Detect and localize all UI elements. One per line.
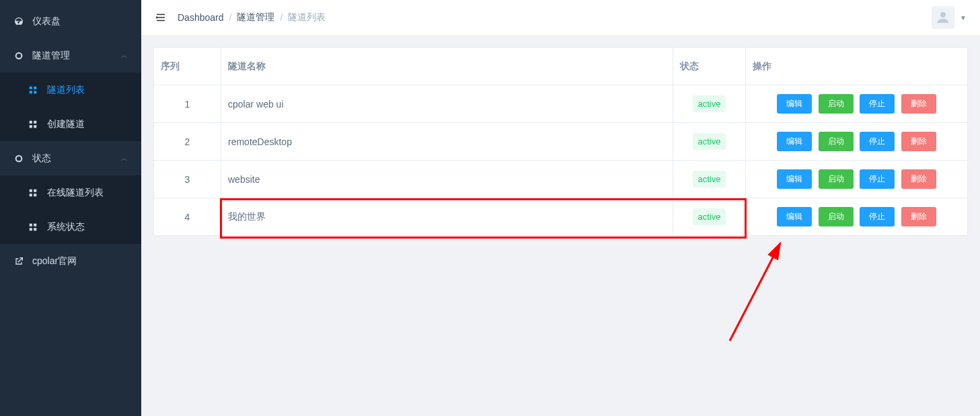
start-button[interactable]: 启动 [819,94,854,114]
sidebar-item-label: 隧道列表 [47,84,141,96]
stop-button[interactable]: 停止 [860,169,895,189]
svg-line-0 [730,243,780,341]
stop-button[interactable]: 停止 [860,94,895,114]
stop-button[interactable]: 停止 [860,207,895,226]
breadcrumb-sep: / [229,12,232,23]
start-button[interactable]: 启动 [819,132,854,151]
caret-down-icon: ▼ [960,14,967,22]
status-badge: active [693,95,726,112]
sidebar-item-dashboard[interactable]: 仪表盘 [0,4,141,38]
edit-button[interactable]: 编辑 [777,169,812,189]
user-menu[interactable]: ▼ [932,6,967,29]
circle-icon [13,153,24,164]
sidebar-item-tunnel-create[interactable]: 创建隧道 [0,107,141,141]
delete-button[interactable]: 删除 [901,132,936,151]
cell-name: remoteDesktop [221,123,673,161]
start-button[interactable]: 启动 [819,169,854,189]
sidebar-item-official-site[interactable]: cpolar官网 [0,244,141,278]
cell-index: 1 [154,85,221,123]
cell-name: website [221,161,673,198]
cell-index: 3 [154,161,221,198]
breadcrumb-item[interactable]: 隧道管理 [237,11,274,24]
external-link-icon [13,256,24,267]
grid-icon [28,222,38,232]
delete-button[interactable]: 删除 [901,169,936,189]
sidebar-item-online-tunnels[interactable]: 在线隧道列表 [0,175,141,210]
cell-status: active [673,85,746,123]
content: 序列 隧道名称 状态 操作 1 cpolar web ui active 编辑 … [141,35,980,416]
th-ops: 操作 [746,48,968,85]
cell-ops: 编辑 启动 停止 删除 [746,85,968,123]
cell-name: 我的世界 [221,198,673,236]
sidebar-item-label: 仪表盘 [32,15,128,28]
sidebar-item-tunnel-mgmt[interactable]: 隧道管理 ︿ [0,38,141,73]
delete-button[interactable]: 删除 [901,94,936,114]
th-name: 隧道名称 [221,48,673,85]
start-button[interactable]: 启动 [819,207,854,226]
tunnel-table: 序列 隧道名称 状态 操作 1 cpolar web ui active 编辑 … [153,47,968,236]
avatar-icon [932,6,954,29]
table-row: 2 remoteDesktop active 编辑 启动 停止 删除 [154,123,968,161]
sidebar-item-label: 隧道管理 [32,50,121,62]
sidebar-item-label: cpolar官网 [32,255,128,267]
cell-index: 4 [154,198,221,236]
status-badge: active [693,208,726,225]
sidebar-item-status[interactable]: 状态 ︿ [0,141,141,175]
gauge-icon [13,16,24,27]
breadcrumb-current: 隧道列表 [288,11,326,24]
edit-button[interactable]: 编辑 [777,94,812,114]
th-status: 状态 [673,48,746,85]
sidebar-item-tunnel-list[interactable]: 隧道列表 [0,73,141,107]
cell-ops: 编辑 启动 停止 删除 [746,198,968,236]
sidebar: 仪表盘 隧道管理 ︿ 隧道列表 创建隧道 状态 ︿ [0,0,141,416]
main: Dashboard / 隧道管理 / 隧道列表 ▼ 序列 隧道名称 状 [141,0,980,416]
grid-icon [28,85,38,95]
sidebar-item-label: 系统状态 [47,221,141,233]
chevron-up-icon: ︿ [121,51,128,60]
cell-status: active [673,198,746,236]
cell-ops: 编辑 启动 停止 删除 [746,123,968,161]
status-badge: active [693,133,726,150]
sidebar-item-label: 状态 [32,153,121,165]
grid-icon [28,120,38,129]
th-index: 序列 [154,48,221,85]
table-row: 3 website active 编辑 启动 停止 删除 [154,161,968,198]
breadcrumb: Dashboard / 隧道管理 / 隧道列表 [178,11,326,24]
circle-icon [13,50,24,61]
chevron-up-icon: ︿ [121,154,128,163]
grid-icon [28,188,38,198]
sidebar-item-label: 创建隧道 [47,118,141,130]
breadcrumb-sep: / [280,12,282,23]
sidebar-item-system-status[interactable]: 系统状态 [0,210,141,244]
cell-ops: 编辑 启动 停止 删除 [746,161,968,198]
cell-status: active [673,161,746,198]
stop-button[interactable]: 停止 [860,132,895,151]
menu-toggle-icon[interactable] [155,11,167,24]
table-row: 4 我的世界 active 编辑 启动 停止 删除 [154,198,968,236]
cell-index: 2 [154,123,221,161]
annotation-arrow [716,237,790,344]
table-header-row: 序列 隧道名称 状态 操作 [154,48,968,85]
cell-name: cpolar web ui [221,85,673,123]
breadcrumb-item[interactable]: Dashboard [178,12,224,23]
delete-button[interactable]: 删除 [901,207,936,226]
edit-button[interactable]: 编辑 [777,132,812,151]
sidebar-item-label: 在线隧道列表 [47,187,141,199]
edit-button[interactable]: 编辑 [777,207,812,226]
topbar: Dashboard / 隧道管理 / 隧道列表 ▼ [141,0,980,35]
status-badge: active [693,171,726,188]
table-row: 1 cpolar web ui active 编辑 启动 停止 删除 [154,85,968,123]
cell-status: active [673,123,746,161]
